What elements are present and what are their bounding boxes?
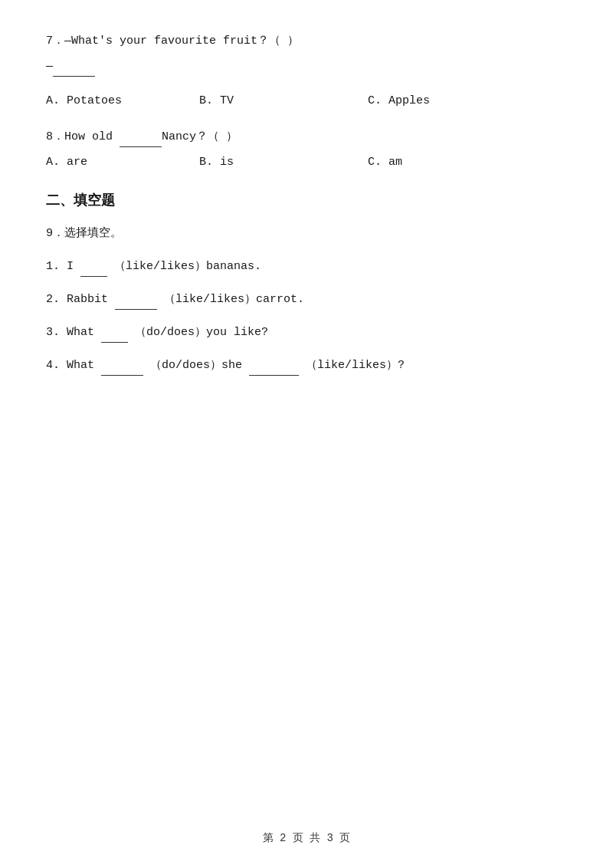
footer-text: 第 2 页 共 3 页 xyxy=(263,832,351,844)
fill-item-3: 3. What （do/does）you like? xyxy=(46,322,567,343)
fill-blank-2 xyxy=(115,309,157,310)
q7-option-c: C. Apples xyxy=(368,90,521,111)
question-9-intro: 9．选择填空。 xyxy=(46,223,567,244)
q7-answer-blank xyxy=(53,76,95,77)
fill-blank-4b xyxy=(249,375,299,376)
question-9-block: 9．选择填空。 1. I （like/likes）bananas. 2. Rab… xyxy=(46,223,567,376)
fill-blank-1 xyxy=(80,276,107,277)
q8-option-b: B. is xyxy=(199,152,368,173)
question-8-options: A. are B. is C. am xyxy=(46,152,567,173)
q7-number: 7 xyxy=(46,35,53,48)
fill-item-4: 4. What （do/does）she （like/likes）? xyxy=(46,355,567,376)
q8-option-a: A. are xyxy=(46,152,199,173)
fill-blank-4a xyxy=(101,375,143,376)
q8-blank xyxy=(120,146,162,147)
q8-option-c: C. am xyxy=(368,152,521,173)
question-7-text: 7．—What's your favourite fruit？（ ） xyxy=(46,31,567,51)
page-footer: 第 2 页 共 3 页 xyxy=(0,831,613,845)
q8-number: 8 xyxy=(46,130,53,143)
fill-item-2: 2. Rabbit （like/likes）carrot. xyxy=(46,289,567,310)
question-7-options: A. Potatoes B. TV C. Apples xyxy=(46,90,567,111)
question-8-text: 8．How old Nancy？（ ） xyxy=(46,127,567,147)
section-2-title: 二、填空题 xyxy=(46,191,567,209)
question-8-block: 8．How old Nancy？（ ） A. are B. is C. am xyxy=(46,127,567,173)
question-7-answer: — xyxy=(46,56,567,77)
question-7-block: 7．—What's your favourite fruit？（ ） — A. … xyxy=(46,31,567,111)
fill-item-1: 1. I （like/likes）bananas. xyxy=(46,256,567,277)
page-container: 7．—What's your favourite fruit？（ ） — A. … xyxy=(0,0,613,868)
q7-option-a: A. Potatoes xyxy=(46,90,199,111)
fill-blank-3 xyxy=(101,342,128,343)
q7-option-b: B. TV xyxy=(199,90,368,111)
